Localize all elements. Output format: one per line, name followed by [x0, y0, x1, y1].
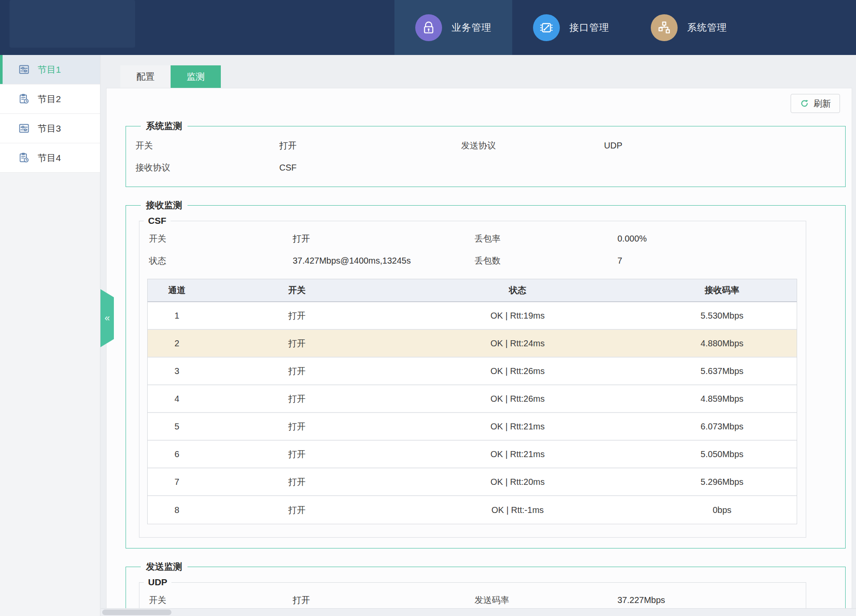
refresh-icon [800, 99, 809, 108]
field-label: 开关 [136, 135, 279, 157]
cell-status: OK | Rtt:-1ms [388, 496, 648, 524]
sidebar-item-label: 节目1 [38, 64, 61, 76]
cell-channel: 7 [148, 468, 206, 495]
refresh-button[interactable]: 刷新 [791, 94, 840, 113]
send-monitor-section: 发送监测 UDP 开关 打开 发送码率 37.227Mbps 状态 ID8191… [126, 561, 846, 616]
column-header: 通道 [148, 279, 206, 301]
csf-group: CSF 开关 打开 丢包率 0.000% 状态 37.427Mbps@1400m… [139, 216, 806, 538]
clipboard-clock-icon [18, 152, 30, 164]
sidebar: 节目1 节目2 [0, 55, 100, 616]
sidebar-item-label: 节目2 [38, 93, 61, 105]
cell-switch: 打开 [206, 496, 388, 524]
column-header: 接收码率 [647, 279, 797, 301]
tab-label: 监测 [187, 71, 205, 83]
field-value: 打开 [279, 135, 461, 157]
tab-label: 配置 [136, 71, 155, 83]
table-row[interactable]: 5 打开 OK | Rtt:21ms 6.073Mbps [148, 413, 797, 441]
nav-item-interface-management[interactable]: 接口管理 [512, 0, 630, 55]
table-row[interactable]: 4 打开 OK | Rtt:26ms 4.859Mbps [148, 385, 797, 413]
cell-switch: 打开 [206, 468, 388, 495]
cell-bitrate: 4.859Mbps [647, 385, 797, 412]
chevrons-left-icon: « [104, 313, 110, 324]
group-title: UDP [144, 577, 171, 587]
channel-table: 通道 开关 状态 接收码率 1 打开 OK | Rtt:19ms 5.530Mb… [147, 279, 797, 524]
field-label: 丢包率 [475, 228, 617, 250]
nav-label: 系统管理 [687, 21, 727, 34]
cell-channel: 2 [148, 330, 206, 357]
sidebar-item-label: 节目4 [38, 152, 61, 164]
cell-bitrate: 4.880Mbps [647, 330, 797, 357]
main-area: « 配置 监测 刷新 [100, 55, 856, 616]
cell-channel: 8 [148, 496, 206, 524]
cell-status: OK | Rtt:26ms [388, 385, 648, 412]
table-header-row: 通道 开关 状态 接收码率 [148, 279, 797, 302]
section-title: 系统监测 [141, 120, 187, 132]
scrollbar-thumb[interactable] [102, 610, 171, 615]
sidebar-item-program1[interactable]: 节目1 [0, 55, 100, 84]
table-row[interactable]: 1 打开 OK | Rtt:19ms 5.530Mbps [148, 302, 797, 330]
field-label: 发送协议 [461, 135, 604, 157]
sidebar-collapse-handle[interactable]: « [100, 289, 114, 347]
table-row[interactable]: 7 打开 OK | Rtt:20ms 5.296Mbps [148, 468, 797, 496]
table-row[interactable]: 8 打开 OK | Rtt:-1ms 0bps [148, 496, 797, 524]
csf-fields: 开关 打开 丢包率 0.000% 状态 37.427Mbps@1400ms,13… [139, 228, 806, 272]
cell-status: OK | Rtt:21ms [388, 441, 648, 468]
cell-bitrate: 6.073Mbps [647, 413, 797, 440]
lock-icon [415, 14, 442, 41]
table-row[interactable]: 6 打开 OK | Rtt:21ms 5.050Mbps [148, 441, 797, 468]
field-value: 37.427Mbps@1400ms,13245s [293, 250, 475, 272]
sidebar-item-program2[interactable]: 节目2 [0, 84, 100, 114]
clipboard-clock-icon [18, 93, 30, 105]
nav-item-business-management[interactable]: 业务管理 [394, 0, 512, 55]
cell-status: OK | Rtt:24ms [388, 330, 648, 357]
group-title: CSF [144, 216, 171, 226]
system-monitor-fields: 开关 打开 发送协议 UDP 接收协议 CSF [126, 135, 845, 179]
cell-channel: 3 [148, 358, 206, 384]
nav-menu: 业务管理 接口管理 [394, 0, 748, 55]
cell-channel: 6 [148, 441, 206, 468]
cell-status: OK | Rtt:19ms [388, 302, 648, 329]
cell-bitrate: 5.050Mbps [647, 441, 797, 468]
cell-switch: 打开 [206, 358, 388, 384]
cell-switch: 打开 [206, 441, 388, 468]
field-label: 开关 [149, 228, 293, 250]
cell-status: OK | Rtt:20ms [388, 468, 648, 495]
cell-bitrate: 5.296Mbps [647, 468, 797, 495]
field-value: 0.000% [617, 228, 806, 250]
cell-switch: 打开 [206, 385, 388, 412]
cell-switch: 打开 [206, 302, 388, 329]
field-value: UDP [604, 135, 845, 157]
cell-status: OK | Rtt:21ms [388, 413, 648, 440]
cell-channel: 4 [148, 385, 206, 412]
cell-channel: 1 [148, 302, 206, 329]
page: 业务管理 接口管理 [0, 0, 856, 616]
nav-item-system-management[interactable]: 系统管理 [630, 0, 748, 55]
cell-bitrate: 5.637Mbps [647, 358, 797, 384]
table-row[interactable]: 3 打开 OK | Rtt:26ms 5.637Mbps [148, 358, 797, 385]
sidebar-item-program4[interactable]: 节目4 [0, 143, 100, 173]
cell-channel: 5 [148, 413, 206, 440]
system-monitor-section: 系统监测 开关 打开 发送协议 UDP 接收协议 CSF [126, 120, 846, 187]
sliders-icon [18, 123, 30, 134]
sliders-icon [18, 64, 30, 75]
sidebar-item-program3[interactable]: 节目3 [0, 114, 100, 143]
body-row: 节目1 节目2 [0, 55, 856, 616]
cell-switch: 打开 [206, 330, 388, 357]
chip-icon [533, 14, 560, 41]
horizontal-scrollbar[interactable] [101, 608, 856, 616]
content-panel: 刷新 系统监测 开关 打开 发送协议 UDP 接收协议 CSF [106, 88, 852, 616]
field-value: CSF [279, 157, 461, 179]
nav-label: 业务管理 [452, 21, 491, 34]
table-row-highlighted[interactable]: 2 打开 OK | Rtt:24ms 4.880Mbps [148, 330, 797, 358]
branch-icon [651, 14, 678, 41]
sidebar-item-label: 节目3 [38, 123, 61, 135]
column-header: 状态 [388, 279, 648, 301]
receive-monitor-section: 接收监测 CSF 开关 打开 丢包率 0.000% 状态 37.427Mbps@… [126, 199, 846, 548]
tab-config[interactable]: 配置 [120, 65, 171, 88]
toolbar: 刷新 [107, 94, 852, 120]
cell-bitrate: 5.530Mbps [647, 302, 797, 329]
tab-monitor[interactable]: 监测 [171, 65, 221, 88]
column-header: 开关 [206, 279, 388, 301]
field-value: 打开 [293, 228, 475, 250]
field-label: 接收协议 [136, 157, 279, 179]
